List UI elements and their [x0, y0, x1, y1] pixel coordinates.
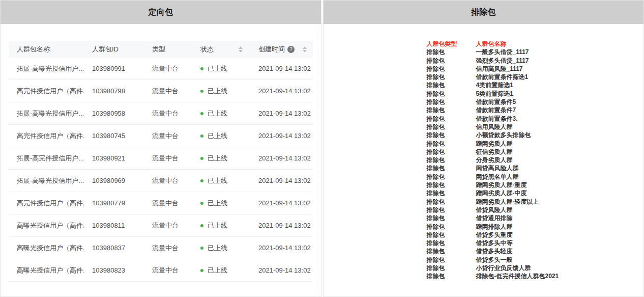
list-item: 排除包 蹭网劣质人群-重度	[427, 181, 644, 189]
list-item: 排除包 借贷多头一般	[427, 256, 644, 264]
list-item: 排除包 借款前置条件筛选1	[427, 73, 644, 81]
exclusion-item-type: 排除包	[427, 256, 476, 264]
status-dot-icon	[200, 224, 203, 227]
status-label: 已上线	[208, 64, 227, 73]
status-label: 已上线	[208, 266, 227, 275]
exclusion-item-type: 排除包	[427, 247, 476, 255]
column-header-type: 类型	[144, 45, 192, 54]
exclusion-item-type: 排除包	[427, 181, 476, 189]
package-name: 拓展-高曝光授信用户...	[9, 64, 84, 73]
package-type: 流量中台	[144, 154, 192, 163]
exclusion-item-name: 蹭网排除人群	[476, 223, 644, 231]
exclusion-item-type: 排除包	[427, 239, 476, 247]
package-id: 103980745	[84, 132, 144, 140]
list-item: 排除包 蹭网劣质人群-轻度以上	[427, 198, 644, 206]
package-created-time: 2021-09-14 13:02	[250, 154, 313, 162]
targeting-panel-body: 人群包名称 人群包ID 类型 状态 创建时间 ?	[1, 24, 321, 296]
list-item: 排除包 蹭网劣质人群	[427, 140, 644, 148]
exclusion-item-type: 排除包	[427, 123, 476, 131]
package-type: 流量中台	[144, 199, 192, 208]
exclusion-name-header: 人群包名称	[476, 40, 644, 48]
targeting-table-body: 拓展-高曝光授信用户... 103980991 流量中台 已上线 2021-09…	[9, 58, 313, 282]
exclusion-item-name: 借款前置条件筛选1	[476, 73, 644, 81]
exclusion-item-type: 排除包	[427, 164, 476, 172]
package-id: 103980969	[84, 177, 144, 184]
table-row: 拓展-高曝光授信用户... 103980991 流量中台 已上线 2021-09…	[9, 58, 313, 80]
status-sort-icon[interactable]	[238, 45, 244, 53]
package-type: 流量中台	[144, 109, 192, 118]
created-time-sort-icon[interactable]	[302, 45, 308, 53]
list-item: 排除包 强烈多头借贷_1117	[427, 57, 644, 65]
exclusion-item-type: 排除包	[427, 73, 476, 81]
package-name: 高曝光授信用户（高件...	[9, 244, 84, 253]
list-item: 排除包 借贷多头重度	[427, 231, 644, 239]
exclusion-item-type: 排除包	[427, 140, 476, 148]
exclusion-item-name: 蹭网劣质人群	[476, 140, 644, 148]
status-dot-icon	[200, 179, 203, 182]
exclusion-item-name: 强烈多头借贷_1117	[476, 57, 644, 65]
exclusion-item-name: 征信劣质人群	[476, 148, 644, 156]
package-created-time: 2021-09-14 13:02	[250, 177, 313, 184]
exclusion-item-name: 4类前置筛选1	[476, 81, 644, 89]
status-label: 已上线	[208, 244, 227, 253]
package-status: 已上线	[192, 87, 250, 96]
list-item: 排除包 小贷行业负反馈人群	[427, 264, 644, 272]
package-created-time: 2021-09-14 13:02	[250, 199, 313, 207]
package-created-time: 2021-09-14 13:02	[250, 87, 313, 95]
table-row: 高曝光授信用户（高件... 103980811 流量中台 已上线 2021-09…	[9, 214, 313, 237]
package-type: 流量中台	[144, 221, 192, 230]
status-label: 已上线	[208, 221, 227, 230]
exclusion-item-type: 排除包	[427, 231, 476, 239]
status-label: 已上线	[208, 176, 227, 185]
list-item: 排除包 借款前置条件7	[427, 106, 644, 114]
exclusion-item-type: 排除包	[427, 272, 476, 280]
exclusion-item-name: 网贷黑名单人群	[476, 173, 644, 181]
list-item: 排除包 信用风险人群	[427, 123, 644, 131]
package-status: 已上线	[192, 131, 250, 141]
exclusion-item-type: 排除包	[427, 198, 476, 206]
package-status: 已上线	[192, 199, 250, 208]
package-created-time: 2021-09-14 13:02	[250, 132, 313, 140]
exclusion-item-type: 排除包	[427, 98, 476, 106]
package-type: 流量中台	[144, 87, 192, 96]
exclusion-item-name: 一般多头借贷_1117	[476, 48, 644, 56]
table-row: 高曝光授信用户（高件... 103980837 流量中台 已上线 2021-09…	[9, 237, 313, 259]
package-created-time: 2021-09-14 13:02	[250, 266, 313, 274]
list-item: 排除包 5类前置筛选1	[427, 90, 644, 98]
status-label: 已上线	[208, 131, 227, 141]
exclusion-item-type: 排除包	[427, 65, 476, 73]
list-item: 排除包 信用高风险_1117	[427, 65, 644, 73]
exclusion-item-name: 借贷多头重度	[476, 231, 644, 239]
exclusion-item-name: 小贷行业负反馈人群	[476, 264, 644, 272]
column-header-name: 人群包名称	[9, 45, 84, 54]
exclusion-item-type: 排除包	[427, 173, 476, 181]
exclusion-item-name: 蹭网劣质人群-重度	[476, 181, 644, 189]
package-name: 高完件授信用户（高件...	[9, 131, 84, 141]
exclusion-panel-title: 排除包	[471, 7, 495, 18]
targeting-panel-header: 定向包	[1, 1, 321, 24]
status-dot-icon	[200, 269, 203, 272]
help-icon[interactable]: ?	[287, 46, 295, 53]
exclusion-list-header: 人群包类型 人群包名称	[427, 40, 644, 48]
status-dot-icon	[200, 202, 203, 205]
exclusion-type-header: 人群包类型	[427, 40, 476, 48]
package-created-time: 2021-09-14 13:02	[250, 222, 313, 229]
exclusion-item-type: 排除包	[427, 214, 476, 222]
table-row: 拓展-高完件授信用户... 103980921 流量中台 已上线 2021-09…	[9, 147, 313, 170]
exclusion-list-body: 排除包 一般多头借贷_1117 排除包 强烈多头借贷_1117 排除包 信用高风…	[427, 48, 644, 280]
package-created-time: 2021-09-14 13:02	[250, 110, 313, 117]
package-type: 流量中台	[144, 64, 192, 73]
exclusion-item-name: 借贷多头轻度	[476, 247, 644, 255]
package-status: 已上线	[192, 64, 250, 73]
exclusion-panel-body: 人群包类型 人群包名称 排除包 一般多头借贷_1117 排除包 强烈多头借贷_1…	[324, 24, 644, 296]
status-dot-icon	[200, 134, 203, 138]
list-item: 排除包 排除包-低完件授信人群包2021	[427, 272, 644, 280]
table-row: 高曝光授信用户（高件... 103980823 流量中台 已上线 2021-09…	[9, 259, 313, 282]
package-type: 流量中台	[144, 244, 192, 253]
exclusion-item-type: 排除包	[427, 264, 476, 272]
list-item: 排除包 网贷黑名单人群	[427, 173, 644, 181]
status-label: 已上线	[208, 109, 227, 118]
package-name: 拓展-高完件授信用户...	[9, 154, 84, 163]
package-name: 高曝光授信用户（高件...	[9, 266, 84, 275]
status-dot-icon	[200, 67, 203, 70]
